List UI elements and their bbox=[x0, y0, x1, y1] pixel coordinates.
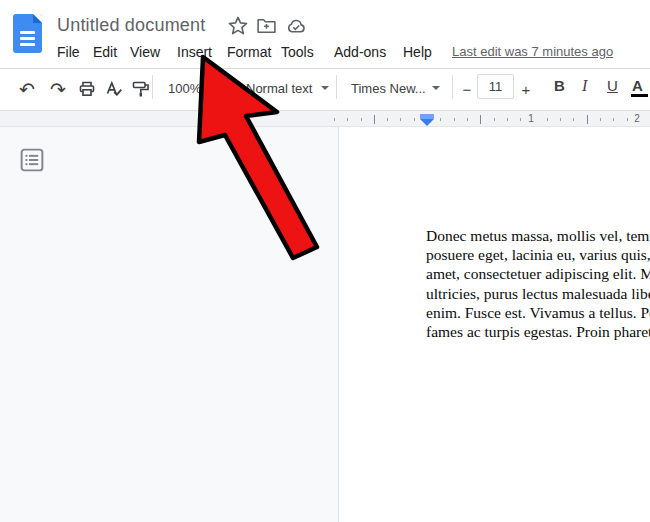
chevron-down-icon[interactable] bbox=[206, 86, 214, 90]
italic-button[interactable]: I bbox=[582, 77, 587, 95]
font-size-input[interactable]: 11 bbox=[477, 74, 514, 99]
document-area: Donec metus massa, mollis vel, tempus pl… bbox=[0, 127, 650, 522]
text-line: Donec metus massa, mollis vel, tempus pl… bbox=[426, 226, 650, 245]
bold-button[interactable]: B bbox=[554, 77, 565, 94]
indent-marker[interactable] bbox=[420, 112, 434, 126]
logo-fold bbox=[33, 14, 42, 23]
font-select[interactable]: Times New... bbox=[351, 81, 426, 96]
spell-check-icon bbox=[104, 79, 124, 99]
undo-button[interactable]: ↶ bbox=[15, 77, 39, 101]
document-text: Donec metus massa, mollis vel, tempus pl… bbox=[426, 226, 650, 341]
menu-tools[interactable]: Tools bbox=[281, 44, 314, 63]
first-line-indent-handle[interactable] bbox=[420, 114, 434, 119]
menu-file[interactable]: File bbox=[57, 44, 80, 63]
ruler-number: 1 bbox=[528, 113, 534, 124]
cloud-saved-icon[interactable] bbox=[285, 16, 307, 38]
zoom-select[interactable]: 100% bbox=[168, 81, 201, 96]
star-icon[interactable] bbox=[227, 15, 249, 37]
text-line: posuere eget, lacinia eu, varius quis, l… bbox=[426, 245, 650, 264]
print-icon bbox=[77, 79, 97, 99]
text-color-button[interactable]: A bbox=[632, 77, 643, 94]
styles-select[interactable]: Normal text bbox=[246, 81, 312, 96]
last-edit-link[interactable]: Last edit was 7 minutes ago bbox=[452, 44, 613, 59]
decrease-font-size-button[interactable]: − bbox=[458, 77, 476, 101]
menu-addons[interactable]: Add-ons bbox=[334, 44, 386, 63]
menu-edit[interactable]: Edit bbox=[93, 44, 117, 63]
increase-font-size-button[interactable]: + bbox=[517, 77, 535, 101]
text-color-swatch bbox=[631, 94, 648, 97]
toolbar-separator bbox=[336, 75, 337, 99]
document-title[interactable]: Untitled document bbox=[57, 15, 205, 36]
toolbar-separator bbox=[452, 75, 453, 99]
move-to-folder-icon[interactable] bbox=[256, 16, 278, 38]
outline-list-icon bbox=[20, 148, 44, 172]
ruler: 1 2 bbox=[0, 111, 650, 127]
print-button[interactable] bbox=[75, 77, 99, 101]
left-indent-handle[interactable] bbox=[420, 119, 434, 126]
toolbar: ↶ ↷ 100% Normal text Times New... − 11 +… bbox=[0, 69, 650, 110]
paint-format-button[interactable] bbox=[129, 77, 153, 101]
text-line: enim. Fusce est. Vivamus a tellus. Pelle… bbox=[426, 303, 650, 322]
app-header: Untitled document File Edit View Insert … bbox=[0, 0, 650, 68]
menu-format[interactable]: Format bbox=[227, 44, 271, 63]
menu-view[interactable]: View bbox=[130, 44, 160, 63]
text-line: fames ac turpis egestas. Proin pharetra … bbox=[426, 322, 650, 341]
document-page[interactable]: Donec metus massa, mollis vel, tempus pl… bbox=[338, 127, 650, 522]
document-outline-button[interactable] bbox=[20, 148, 44, 172]
google-docs-logo-icon[interactable] bbox=[13, 14, 42, 53]
redo-button[interactable]: ↷ bbox=[46, 77, 70, 101]
chevron-down-icon[interactable] bbox=[432, 86, 440, 90]
menu-help[interactable]: Help bbox=[403, 44, 432, 63]
text-line: ultricies, purus lectus malesuada libero… bbox=[426, 284, 650, 303]
underline-button[interactable]: U bbox=[607, 77, 618, 94]
paint-roller-icon bbox=[131, 79, 151, 99]
text-line: amet, consectetuer adipiscing elit. Maec… bbox=[426, 264, 650, 283]
spell-check-button[interactable] bbox=[102, 77, 126, 101]
menu-insert[interactable]: Insert bbox=[177, 44, 212, 63]
toolbar-separator bbox=[152, 75, 153, 99]
ruler-number: 2 bbox=[634, 113, 640, 124]
chevron-down-icon[interactable] bbox=[321, 86, 329, 90]
